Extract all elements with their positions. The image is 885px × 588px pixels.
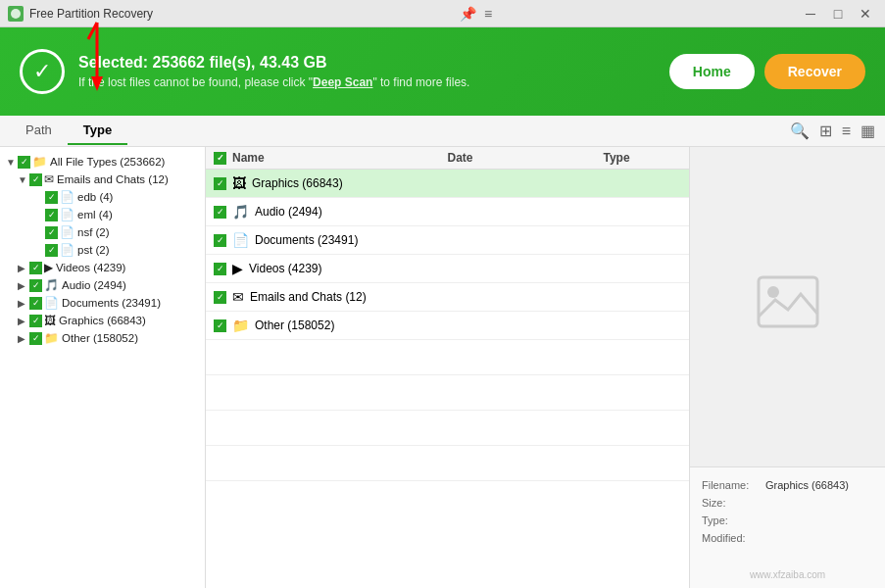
audio-checkbox[interactable]: ✓ (29, 279, 42, 292)
list-item[interactable]: ✓ ✉ Emails and Chats (12) (206, 283, 689, 312)
list-item[interactable]: ✓ 🎵 Audio (2494) (206, 198, 689, 226)
tree-audio[interactable]: ▶ ✓ 🎵 Audio (2494) (0, 276, 205, 294)
expand-other[interactable]: ▶ (18, 333, 29, 344)
expand-emails[interactable]: ▼ (18, 174, 29, 185)
nsf-icon: 📄 (60, 225, 74, 239)
videos-label: Videos (4239) (56, 262, 125, 273)
tabs-bar: Path Type 🔍 ⊞ ≡ ▦ (0, 116, 885, 147)
nsf-checkbox[interactable]: ✓ (45, 226, 58, 239)
audio-icon: 🎵 (44, 278, 59, 292)
svg-marker-2 (91, 76, 103, 91)
tree-documents[interactable]: ▶ ✓ 📄 Documents (23491) (0, 294, 205, 312)
list-item-empty (206, 411, 689, 446)
documents-checkbox[interactable]: ✓ (29, 297, 42, 310)
deep-scan-hint: If the lost files cannot be found, pleas… (78, 75, 469, 89)
list-item[interactable]: ✓ 🖼 Graphics (66843) (206, 170, 689, 198)
edb-checkbox[interactable]: ✓ (45, 191, 58, 204)
other-file-icon: 📁 (232, 318, 249, 333)
graphics-icon: 🖼 (44, 314, 56, 327)
home-button[interactable]: Home (669, 54, 755, 89)
graphics-label: Graphics (66843) (59, 315, 146, 326)
expand-audio[interactable]: ▶ (18, 280, 29, 291)
check-icon: ✓ (20, 49, 65, 94)
tree-graphics[interactable]: ▶ ✓ 🖼 Graphics (66843) (0, 312, 205, 329)
tab-path[interactable]: Path (10, 117, 68, 145)
pst-checkbox[interactable]: ✓ (45, 244, 58, 257)
expand-documents[interactable]: ▶ (18, 298, 29, 309)
recover-button[interactable]: Recover (764, 54, 865, 89)
col-type-header: Type (604, 151, 682, 165)
row-checkbox[interactable]: ✓ (214, 234, 226, 247)
expand-graphics[interactable]: ▶ (18, 316, 29, 326)
watermark: www.xfzaiba.com (690, 562, 885, 588)
tree-root[interactable]: ▼ ✓ 📁 All File Types (253662) (0, 153, 205, 171)
pin-icon[interactable]: 📌 (460, 6, 476, 22)
list-item[interactable]: ✓ 📄 Documents (23491) (206, 226, 689, 255)
file-list-header: ✓ Name Date Type (206, 147, 689, 170)
list-item-empty (206, 446, 689, 481)
row-filename: Graphics (66843) (252, 176, 467, 190)
tab-type[interactable]: Type (68, 117, 127, 145)
selected-info: Selected: 253662 file(s), 43.43 GB (78, 54, 469, 72)
videos-checkbox[interactable]: ✓ (29, 262, 42, 274)
row-checkbox[interactable]: ✓ (214, 319, 226, 332)
tree-emails[interactable]: ▼ ✓ ✉ Emails and Chats (12) (0, 171, 205, 188)
select-all-checkbox[interactable]: ✓ (214, 152, 226, 165)
tree-other[interactable]: ▶ ✓ 📁 Other (158052) (0, 329, 205, 347)
preview-size-row: Size: (702, 497, 873, 509)
list-item[interactable]: ✓ 📁 Other (158052) (206, 312, 689, 340)
row-filename: Audio (2494) (255, 205, 468, 219)
other-checkbox[interactable]: ✓ (29, 332, 42, 345)
row-checkbox[interactable]: ✓ (214, 206, 226, 219)
sidebar: ▼ ✓ 📁 All File Types (253662) ▼ ✓ ✉ Emai… (0, 147, 206, 588)
tree-eml[interactable]: ✓ 📄 eml (4) (0, 206, 205, 223)
svg-point-0 (11, 9, 21, 19)
root-label: All File Types (253662) (50, 156, 165, 168)
preview-modified-row: Modified: (702, 532, 873, 544)
maximize-button[interactable]: □ (826, 5, 850, 23)
row-checkbox[interactable]: ✓ (214, 291, 226, 304)
window-controls: ─ □ ✕ (799, 5, 877, 23)
preview-type-row: Type: (702, 514, 873, 526)
documents-icon: 📄 (44, 296, 59, 310)
minimize-button[interactable]: ─ (799, 5, 822, 23)
tree-edb[interactable]: ✓ 📄 edb (4) (0, 188, 205, 206)
graphics-file-icon: 🖼 (232, 175, 246, 191)
detail-view-icon[interactable]: ▦ (860, 122, 875, 140)
tree-pst[interactable]: ✓ 📄 pst (2) (0, 241, 205, 259)
expand-root[interactable]: ▼ (6, 157, 18, 168)
menu-icon[interactable]: ≡ (484, 6, 492, 22)
list-item[interactable]: ✓ ▶ Videos (4239) (206, 255, 689, 283)
tree-nsf[interactable]: ✓ 📄 nsf (2) (0, 223, 205, 241)
grid-view-icon[interactable]: ⊞ (819, 122, 832, 140)
row-checkbox[interactable]: ✓ (214, 177, 226, 190)
row-checkbox[interactable]: ✓ (214, 263, 226, 275)
header-text: Selected: 253662 file(s), 43.43 GB If th… (78, 54, 469, 89)
preview-filename-value: Graphics (66843) (765, 479, 849, 491)
edb-icon: 📄 (60, 190, 74, 204)
emails-checkbox[interactable]: ✓ (29, 173, 42, 186)
header-actions: Home Recover (669, 54, 865, 89)
header: ✓ Selected: 253662 file(s), 43.43 GB If … (0, 27, 885, 116)
graphics-checkbox[interactable]: ✓ (29, 315, 42, 327)
root-icon: 📁 (32, 155, 47, 169)
row-filename: Documents (23491) (255, 233, 468, 247)
emails-file-icon: ✉ (232, 289, 244, 305)
edb-label: edb (4) (77, 191, 113, 203)
root-checkbox[interactable]: ✓ (18, 156, 30, 169)
audio-label: Audio (2494) (62, 279, 126, 291)
tab-actions: 🔍 ⊞ ≡ ▦ (790, 122, 875, 140)
documents-file-icon: 📄 (232, 232, 249, 248)
close-button[interactable]: ✕ (854, 5, 877, 23)
search-icon[interactable]: 🔍 (790, 122, 810, 140)
preview-modified-label: Modified: (702, 532, 765, 544)
deep-scan-link[interactable]: Deep Scan (313, 75, 372, 89)
eml-checkbox[interactable]: ✓ (45, 209, 58, 221)
other-label: Other (158052) (62, 332, 138, 344)
list-view-icon[interactable]: ≡ (842, 122, 851, 140)
row-filename: Emails and Chats (12) (250, 290, 466, 304)
expand-edb (33, 192, 45, 203)
expand-videos[interactable]: ▶ (18, 263, 29, 273)
tree-videos[interactable]: ▶ ✓ ▶ Videos (4239) (0, 259, 205, 276)
pst-label: pst (2) (77, 244, 110, 256)
